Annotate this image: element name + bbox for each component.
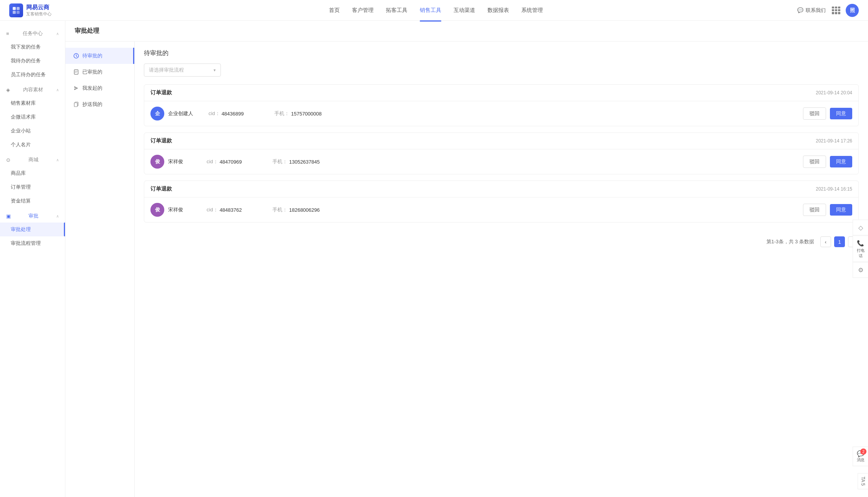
contact-us[interactable]: 💬 联系我们 — [797, 7, 826, 14]
cid-group-1: cid： 48470969 — [207, 158, 242, 165]
tab-initiated-label: 我发起的 — [82, 85, 102, 92]
approval-header-0: 订单退款 2021-09-14 20:04 — [144, 85, 858, 101]
grid-dot — [835, 12, 837, 14]
approve-btn-2[interactable]: 同意 — [830, 204, 852, 216]
sidebar-item-approval-flow[interactable]: 审批流程管理 — [0, 236, 65, 250]
chevron-up-icon: ∧ — [56, 88, 59, 92]
phone-value-2: 18268006296 — [289, 207, 320, 213]
main-content: 审批处理 待审批的 — [65, 21, 868, 497]
sidebar-item-approval-process[interactable]: 审批处理 — [0, 223, 65, 236]
reject-btn-0[interactable]: 驳回 — [803, 107, 826, 120]
sidebar-item-company-site[interactable]: 企业小站 — [0, 124, 65, 138]
svg-rect-0 — [13, 7, 16, 10]
brand-sub: 互客销售中心 — [26, 11, 52, 17]
cid-value-1: 48470969 — [220, 159, 242, 165]
phone-icon: 📞 — [857, 239, 864, 247]
approvals-list: 订单退款 2021-09-14 20:04 企 企业创建人 cid： 48436… — [144, 84, 859, 223]
tasks-icon: ≡ — [6, 31, 9, 37]
nav-item-sales[interactable]: 销售工具 — [420, 5, 441, 15]
phone-value-0: 15757000008 — [291, 111, 322, 117]
mall-icon: ⊙ — [6, 157, 10, 163]
reject-btn-2[interactable]: 驳回 — [803, 204, 826, 216]
ta5-panel[interactable]: TA 5 — [858, 473, 868, 489]
actions-1: 驳回 同意 — [803, 156, 852, 168]
approval-body-0: 企 企业创建人 cid： 48436899 手机： 15757000008 驳回… — [144, 101, 858, 126]
diamond-icon: ◇ — [858, 224, 863, 231]
tab-approved[interactable]: 已审批的 — [65, 64, 134, 80]
section-mall: ⊙ 商城 ∧ 商品库 订单管理 资金结算 — [0, 153, 65, 208]
approval-time-0: 2021-09-14 20:04 — [816, 90, 852, 95]
tab-cc[interactable]: 抄送我的 — [65, 96, 134, 112]
phone-label: 打电话 — [855, 248, 866, 258]
phone-group-2: 手机： 18268006296 — [272, 206, 320, 213]
phone-panel[interactable]: 📞 打电话 — [853, 235, 868, 262]
approval-item-2: 订单退款 2021-09-14 16:15 俊 宋祥俊 cid： 4848376… — [144, 181, 859, 223]
svg-rect-5 — [74, 70, 78, 74]
tasks-label: 任务中心 — [23, 30, 43, 37]
page-1-btn[interactable]: 1 — [834, 236, 845, 247]
approve-btn-1[interactable]: 同意 — [830, 156, 852, 167]
grid-dot — [838, 7, 840, 8]
sidebar-item-finance[interactable]: 资金结算 — [0, 194, 65, 208]
content-label: 内容素材 — [23, 86, 43, 93]
cid-value-2: 48483762 — [220, 207, 242, 213]
sidebar-item-orders[interactable]: 订单管理 — [0, 180, 65, 194]
flow-select[interactable]: 请选择审批流程 ▾ — [144, 64, 221, 77]
panel-settings-bottom[interactable]: ⚙ — [853, 262, 868, 278]
phone-label-0: 手机： — [274, 110, 289, 117]
section-header-approval[interactable]: ▣ 审批 ∧ — [0, 209, 65, 223]
approve-btn-0[interactable]: 同意 — [830, 108, 852, 119]
brand-name: 网易云商 — [26, 4, 52, 11]
nav-item-expand[interactable]: 拓客工具 — [386, 5, 407, 15]
sidebar-item-issued-tasks[interactable]: 我下发的任务 — [0, 40, 65, 54]
sidebar-item-pending-tasks[interactable]: 我待办的任务 — [0, 54, 65, 68]
doc-icon — [73, 69, 79, 75]
tab-pending[interactable]: 待审批的 — [65, 48, 134, 64]
content-icon: ◈ — [6, 87, 10, 93]
grid-dot — [832, 9, 834, 11]
right-title: 待审批的 — [144, 49, 859, 57]
approval-label: 审批 — [28, 213, 38, 219]
nav-item-home[interactable]: 首页 — [329, 5, 340, 15]
nav-item-data[interactable]: 数据报表 — [487, 5, 509, 15]
approval-item-0: 订单退款 2021-09-14 20:04 企 企业创建人 cid： 48436… — [144, 84, 859, 126]
sidebar-item-products[interactable]: 商品库 — [0, 166, 65, 180]
send-icon — [73, 85, 79, 91]
sidebar-item-sales-material[interactable]: 销售素材库 — [0, 96, 65, 110]
page-title: 审批处理 — [75, 27, 99, 34]
user-avatar-0: 企 — [150, 107, 164, 120]
layout: ≡ 任务中心 ∧ 我下发的任务 我待办的任务 员工待办的任务 ◈ 内容素材 ∧ … — [0, 21, 868, 497]
svg-rect-2 — [13, 11, 16, 14]
approval-type-2: 订单退款 — [150, 186, 172, 192]
reject-btn-1[interactable]: 驳回 — [803, 156, 826, 168]
nav-items: 首页 客户管理 拓客工具 销售工具 互动渠道 数据报表 系统管理 — [75, 5, 797, 15]
cid-value-0: 48436899 — [222, 111, 244, 117]
section-header-content[interactable]: ◈ 内容素材 ∧ — [0, 83, 65, 96]
nav-item-system[interactable]: 系统管理 — [521, 5, 543, 15]
panel-settings-top[interactable]: ◇ — [853, 219, 868, 235]
tab-approved-label: 已审批的 — [82, 69, 102, 75]
prev-page-btn[interactable]: ‹ — [820, 236, 831, 247]
section-header-tasks[interactable]: ≡ 任务中心 ∧ — [0, 27, 65, 40]
tab-initiated[interactable]: 我发起的 — [65, 80, 134, 96]
grid-icon[interactable] — [832, 7, 840, 14]
logo-icon — [9, 3, 23, 17]
nav-item-channel[interactable]: 互动渠道 — [454, 5, 475, 15]
grid-dot — [838, 9, 840, 11]
tab-cc-label: 抄送我的 — [82, 101, 102, 108]
top-nav: 网易云商 互客销售中心 首页 客户管理 拓客工具 销售工具 互动渠道 数据报表 … — [0, 0, 868, 21]
approval-time-2: 2021-09-14 16:15 — [816, 186, 852, 192]
user-avatar-2: 俊 — [150, 203, 164, 217]
user-name-1: 宋祥俊 — [168, 158, 191, 165]
sidebar-item-wechat-scripts[interactable]: 企微话术库 — [0, 110, 65, 124]
sidebar-item-staff-tasks[interactable]: 员工待办的任务 — [0, 68, 65, 82]
message-badge[interactable]: 2 💬 消息 — [853, 447, 868, 466]
section-header-mall[interactable]: ⊙ 商城 ∧ — [0, 153, 65, 166]
nav-item-customer[interactable]: 客户管理 — [352, 5, 374, 15]
sidebar-item-business-card[interactable]: 个人名片 — [0, 138, 65, 152]
page-info: 第1-3条，共 3 条数据 — [766, 238, 814, 245]
approval-body-2: 俊 宋祥俊 cid： 48483762 手机： 18268006296 驳回 同… — [144, 197, 858, 222]
user-avatar[interactable]: 照 — [846, 4, 859, 17]
chevron-down-icon: ▾ — [214, 68, 216, 73]
user-name-0: 企业创建人 — [168, 110, 193, 117]
